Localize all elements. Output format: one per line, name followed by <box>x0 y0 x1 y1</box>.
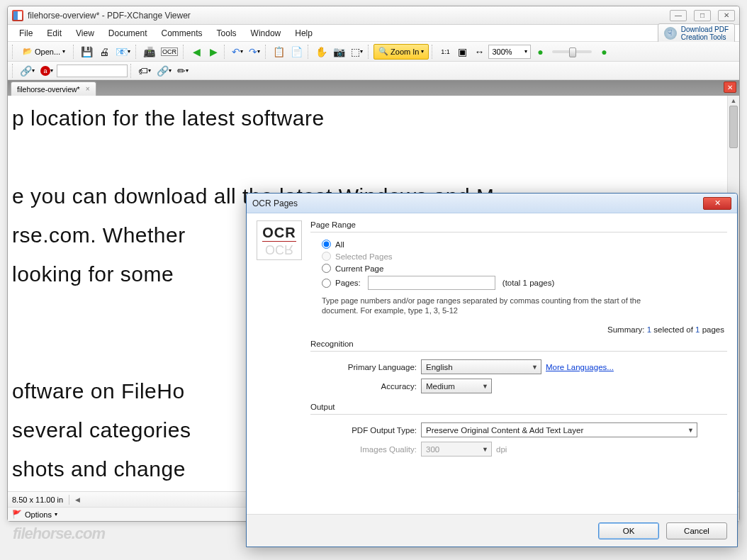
undo-icon: ↶ <box>232 46 240 57</box>
scrollbar-thumb[interactable] <box>729 106 738 148</box>
menu-document[interactable]: Document <box>101 26 155 40</box>
select-icon: ⬚ <box>351 46 360 57</box>
document-tabstrip: filehorse-overview* × ✕ <box>8 80 739 96</box>
accuracy-combo[interactable]: Medium▼ <box>421 379 492 393</box>
recognition-group-label: Recognition <box>310 340 727 348</box>
menu-file[interactable]: File <box>12 26 40 40</box>
main-toolbar: 📂Open...▾ 💾 🖨 📧▾ 📠 OCR ◀ ▶ ↶▾ ↷▾ 📋 📄 ✋ 📷… <box>8 42 739 62</box>
zoom-in-button[interactable]: 🔍Zoom In▾ <box>374 44 429 60</box>
menu-help[interactable]: Help <box>288 26 320 40</box>
app-icon <box>12 10 23 21</box>
maximize-button[interactable]: □ <box>694 10 711 21</box>
menu-edit[interactable]: Edit <box>40 26 69 40</box>
printer-icon: 🖨 <box>99 46 109 57</box>
scanner-icon: 📠 <box>143 46 155 57</box>
menu-window[interactable]: Window <box>244 26 288 40</box>
close-button[interactable]: ✕ <box>718 10 735 21</box>
menu-view[interactable]: View <box>69 26 101 40</box>
scan-button[interactable]: 📠 <box>141 44 157 60</box>
clipboard-button[interactable]: 📋 <box>271 44 287 60</box>
radio-selected-pages <box>322 252 331 261</box>
menubar: File Edit View Document Comments Tools W… <box>8 25 739 42</box>
nav-back-button[interactable]: ◀ <box>189 44 204 60</box>
output-type-combo[interactable]: Preserve Original Content & Add Text Lay… <box>421 422 697 437</box>
page-range-summary: Summary: 1 selected of 1 pages <box>310 315 727 340</box>
ocr-dialog-icon: OCROCR <box>257 220 302 260</box>
output-group-label: Output <box>310 403 727 411</box>
zoom-in-plus-button[interactable]: ● <box>596 44 612 60</box>
dialog-close-button[interactable]: ✕ <box>703 197 731 210</box>
actual-size-button[interactable]: 1:1 <box>437 44 453 60</box>
zoom-slider[interactable] <box>552 50 592 53</box>
link-tool-button[interactable]: 🔗▾ <box>18 63 37 79</box>
options-button[interactable]: Options <box>25 510 52 519</box>
search-input[interactable] <box>57 65 128 77</box>
radio-all[interactable] <box>322 240 331 249</box>
stamp-button[interactable]: 🏷▾ <box>136 63 153 79</box>
menu-tools[interactable]: Tools <box>210 26 244 40</box>
arrow-left-green-icon: ◀ <box>193 46 201 57</box>
snapshot-tool-button[interactable]: 📷 <box>331 44 347 60</box>
dialog-title: OCR Pages <box>252 198 703 208</box>
ocr-button[interactable]: OCR <box>159 44 180 60</box>
redo-button[interactable]: ↷▾ <box>247 44 262 60</box>
flag-icon: 🚩 <box>12 510 22 519</box>
zoom-out-button[interactable]: ● <box>532 44 548 60</box>
stamp-icon: 🏷 <box>138 65 148 77</box>
radio-current-page[interactable] <box>322 264 331 273</box>
images-quality-label: Images Quality: <box>310 445 417 454</box>
radio-pages-row[interactable]: Pages: (total 1 pages) <box>310 274 727 291</box>
undo-button[interactable]: ↶▾ <box>230 44 245 60</box>
dialog-titlebar: OCR Pages ✕ <box>247 194 737 213</box>
search-web-button[interactable]: a▾ <box>38 63 55 79</box>
dialog-footer: OK Cancel <box>247 514 737 547</box>
tab-label: filehorse-overview* <box>17 85 80 94</box>
pages-total-label: (total 1 pages) <box>502 279 555 287</box>
zoom-percent-combo[interactable]: 300%▾ <box>488 45 531 59</box>
email-button[interactable]: 📧▾ <box>113 44 133 60</box>
tab-close-icon[interactable]: × <box>86 85 90 93</box>
print-button[interactable]: 🖨 <box>96 44 112 60</box>
highlight-button[interactable]: 🔗▾ <box>155 63 174 79</box>
ok-button[interactable]: OK <box>598 522 659 539</box>
mail-icon: 📧 <box>116 46 128 57</box>
menu-comments[interactable]: Comments <box>155 26 210 40</box>
document-tab-active[interactable]: filehorse-overview* × <box>11 82 96 96</box>
radio-all-row[interactable]: All <box>310 238 727 250</box>
chevron-down-icon: ▼ <box>687 427 694 434</box>
more-languages-link[interactable]: More Languages... <box>546 363 614 371</box>
statusbar-scroll-left-icon[interactable]: ◀ <box>75 496 80 503</box>
radio-selected-row: Selected Pages <box>310 250 727 262</box>
scroll-up-icon[interactable]: ▲ <box>728 96 739 106</box>
download-pdf-creation-tools-button[interactable]: ☟ Download PDFCreation Tools <box>658 23 735 43</box>
copy-button[interactable]: 📄 <box>288 44 305 60</box>
pages-input[interactable] <box>368 276 495 290</box>
minimize-button[interactable]: — <box>670 10 687 21</box>
fit-page-icon: ▣ <box>458 46 467 57</box>
output-type-label: PDF Output Type: <box>310 426 417 435</box>
chevron-down-icon: ▼ <box>532 364 538 371</box>
nav-forward-button[interactable]: ▶ <box>206 44 221 60</box>
plus-icon: ● <box>601 46 607 57</box>
dpi-label: dpi <box>496 445 507 454</box>
pencil-button[interactable]: ✏▾ <box>175 63 191 79</box>
hand-tool-button[interactable]: ✋ <box>313 44 330 60</box>
save-button[interactable]: 💾 <box>79 44 95 60</box>
redo-icon: ↷ <box>249 46 257 57</box>
select-tool-button[interactable]: ⬚▾ <box>349 44 365 60</box>
minus-icon: ● <box>537 46 543 57</box>
comments-toolbar: 🔗▾ a▾ 🏷▾ 🔗▾ ✏▾ <box>8 62 739 80</box>
cursor-icon: ☟ <box>664 27 677 40</box>
primary-language-combo[interactable]: English▼ <box>421 359 541 374</box>
fit-width-button[interactable]: ↔ <box>471 44 487 60</box>
cancel-button[interactable]: Cancel <box>666 522 727 539</box>
radio-current-row[interactable]: Current Page <box>310 262 727 274</box>
ocr-icon: OCR <box>161 47 178 56</box>
close-all-tabs-button[interactable]: ✕ <box>724 82 736 93</box>
radio-pages[interactable] <box>322 279 331 288</box>
hand-icon: ✋ <box>315 46 327 57</box>
images-quality-combo: 300▼ <box>421 442 492 457</box>
open-button[interactable]: 📂Open...▾ <box>18 44 70 60</box>
window-title: filehorse-overview* - PDF-XChange Viewer <box>28 11 670 21</box>
fit-page-button[interactable]: ▣ <box>454 44 470 60</box>
